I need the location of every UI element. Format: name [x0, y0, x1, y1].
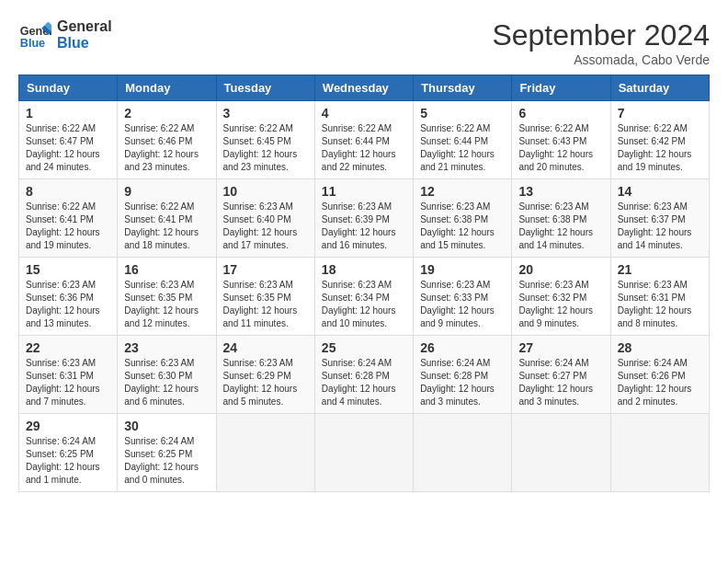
calendar-cell: 10 Sunrise: 6:23 AM Sunset: 6:40 PM Dayl…	[216, 179, 314, 258]
calendar-cell: 20 Sunrise: 6:23 AM Sunset: 6:32 PM Dayl…	[512, 258, 610, 336]
day-info: Sunrise: 6:22 AM Sunset: 6:45 PM Dayligh…	[223, 122, 308, 174]
calendar-cell: 17 Sunrise: 6:23 AM Sunset: 6:35 PM Dayl…	[216, 258, 314, 336]
calendar-cell	[216, 414, 314, 492]
day-number: 18	[322, 262, 406, 277]
day-info: Sunrise: 6:23 AM Sunset: 6:35 PM Dayligh…	[124, 279, 209, 330]
calendar-cell	[414, 414, 512, 492]
day-info: Sunrise: 6:23 AM Sunset: 6:37 PM Dayligh…	[618, 201, 702, 252]
logo: General Blue General Blue	[18, 18, 112, 52]
location-subtitle: Assomada, Cabo Verde	[492, 52, 710, 67]
day-number: 10	[223, 184, 308, 199]
column-header-saturday: Saturday	[610, 75, 709, 101]
day-number: 12	[420, 184, 505, 199]
column-header-monday: Monday	[118, 75, 216, 101]
calendar-cell: 28 Sunrise: 6:24 AM Sunset: 6:26 PM Dayl…	[610, 336, 709, 414]
calendar-cell: 19 Sunrise: 6:23 AM Sunset: 6:33 PM Dayl…	[414, 258, 512, 336]
day-number: 14	[618, 184, 702, 199]
calendar-cell: 1 Sunrise: 6:22 AM Sunset: 6:47 PM Dayli…	[19, 101, 118, 179]
calendar-cell: 3 Sunrise: 6:22 AM Sunset: 6:45 PM Dayli…	[216, 101, 314, 179]
day-number: 11	[322, 184, 406, 199]
svg-text:Blue: Blue	[20, 37, 45, 50]
day-number: 22	[26, 340, 110, 355]
day-number: 28	[618, 340, 702, 355]
calendar-cell: 25 Sunrise: 6:24 AM Sunset: 6:28 PM Dayl…	[314, 336, 413, 414]
day-info: Sunrise: 6:23 AM Sunset: 6:31 PM Dayligh…	[26, 357, 110, 408]
calendar-cell: 6 Sunrise: 6:22 AM Sunset: 6:43 PM Dayli…	[512, 101, 610, 179]
day-info: Sunrise: 6:23 AM Sunset: 6:30 PM Dayligh…	[124, 357, 209, 408]
calendar-cell: 8 Sunrise: 6:22 AM Sunset: 6:41 PM Dayli…	[19, 179, 118, 258]
calendar-cell: 13 Sunrise: 6:23 AM Sunset: 6:38 PM Dayl…	[512, 179, 610, 258]
day-info: Sunrise: 6:23 AM Sunset: 6:35 PM Dayligh…	[223, 279, 308, 330]
day-info: Sunrise: 6:23 AM Sunset: 6:36 PM Dayligh…	[26, 279, 110, 330]
calendar-cell: 24 Sunrise: 6:23 AM Sunset: 6:29 PM Dayl…	[216, 336, 314, 414]
day-info: Sunrise: 6:23 AM Sunset: 6:38 PM Dayligh…	[518, 201, 603, 252]
day-info: Sunrise: 6:22 AM Sunset: 6:44 PM Dayligh…	[420, 122, 505, 174]
day-number: 24	[223, 340, 308, 355]
day-number: 30	[124, 419, 209, 433]
calendar-table: SundayMondayTuesdayWednesdayThursdayFrid…	[18, 75, 710, 492]
day-info: Sunrise: 6:24 AM Sunset: 6:28 PM Dayligh…	[420, 357, 505, 408]
column-header-tuesday: Tuesday	[216, 75, 314, 101]
day-info: Sunrise: 6:23 AM Sunset: 6:40 PM Dayligh…	[223, 201, 308, 252]
calendar-cell: 18 Sunrise: 6:23 AM Sunset: 6:34 PM Dayl…	[314, 258, 413, 336]
calendar-header-row: SundayMondayTuesdayWednesdayThursdayFrid…	[19, 75, 710, 101]
calendar-week-4: 22 Sunrise: 6:23 AM Sunset: 6:31 PM Dayl…	[19, 336, 710, 414]
day-number: 7	[618, 106, 702, 121]
column-header-sunday: Sunday	[19, 75, 118, 101]
calendar-cell: 12 Sunrise: 6:23 AM Sunset: 6:38 PM Dayl…	[414, 179, 512, 258]
day-number: 15	[26, 262, 110, 277]
calendar-cell	[610, 414, 709, 492]
day-number: 2	[124, 106, 209, 121]
day-info: Sunrise: 6:22 AM Sunset: 6:43 PM Dayligh…	[518, 122, 603, 174]
calendar-cell: 15 Sunrise: 6:23 AM Sunset: 6:36 PM Dayl…	[19, 258, 118, 336]
day-number: 16	[124, 262, 209, 277]
logo-icon: General Blue	[18, 18, 51, 52]
column-header-friday: Friday	[512, 75, 610, 101]
calendar-cell: 30 Sunrise: 6:24 AM Sunset: 6:25 PM Dayl…	[118, 414, 216, 492]
day-number: 1	[26, 106, 110, 121]
day-info: Sunrise: 6:23 AM Sunset: 6:33 PM Dayligh…	[420, 279, 505, 330]
day-number: 19	[420, 262, 505, 277]
logo-blue: Blue	[57, 35, 112, 52]
day-info: Sunrise: 6:22 AM Sunset: 6:41 PM Dayligh…	[124, 201, 209, 252]
calendar-cell: 14 Sunrise: 6:23 AM Sunset: 6:37 PM Dayl…	[610, 179, 709, 258]
day-info: Sunrise: 6:22 AM Sunset: 6:47 PM Dayligh…	[26, 122, 110, 174]
calendar-cell: 21 Sunrise: 6:23 AM Sunset: 6:31 PM Dayl…	[610, 258, 709, 336]
column-header-wednesday: Wednesday	[314, 75, 413, 101]
day-number: 9	[124, 184, 209, 199]
day-number: 6	[518, 106, 603, 121]
month-title: September 2024	[492, 18, 710, 52]
calendar-cell: 29 Sunrise: 6:24 AM Sunset: 6:25 PM Dayl…	[19, 414, 118, 492]
day-info: Sunrise: 6:22 AM Sunset: 6:46 PM Dayligh…	[124, 122, 209, 174]
day-info: Sunrise: 6:24 AM Sunset: 6:26 PM Dayligh…	[618, 357, 702, 408]
calendar-cell: 5 Sunrise: 6:22 AM Sunset: 6:44 PM Dayli…	[414, 101, 512, 179]
day-info: Sunrise: 6:22 AM Sunset: 6:42 PM Dayligh…	[618, 122, 702, 174]
day-number: 17	[223, 262, 308, 277]
day-info: Sunrise: 6:24 AM Sunset: 6:25 PM Dayligh…	[26, 435, 110, 487]
day-info: Sunrise: 6:22 AM Sunset: 6:41 PM Dayligh…	[26, 201, 110, 252]
day-info: Sunrise: 6:23 AM Sunset: 6:29 PM Dayligh…	[223, 357, 308, 408]
calendar-cell: 22 Sunrise: 6:23 AM Sunset: 6:31 PM Dayl…	[19, 336, 118, 414]
calendar-cell	[512, 414, 610, 492]
calendar-cell: 16 Sunrise: 6:23 AM Sunset: 6:35 PM Dayl…	[118, 258, 216, 336]
day-number: 5	[420, 106, 505, 121]
day-info: Sunrise: 6:22 AM Sunset: 6:44 PM Dayligh…	[322, 122, 406, 174]
day-number: 8	[26, 184, 110, 199]
day-number: 26	[420, 340, 505, 355]
day-number: 27	[518, 340, 603, 355]
day-info: Sunrise: 6:23 AM Sunset: 6:34 PM Dayligh…	[322, 279, 406, 330]
day-number: 20	[518, 262, 603, 277]
calendar-cell: 4 Sunrise: 6:22 AM Sunset: 6:44 PM Dayli…	[314, 101, 413, 179]
day-number: 21	[618, 262, 702, 277]
title-block: September 2024 Assomada, Cabo Verde	[492, 18, 710, 67]
logo-general: General	[57, 18, 112, 35]
day-number: 4	[322, 106, 406, 121]
calendar-week-3: 15 Sunrise: 6:23 AM Sunset: 6:36 PM Dayl…	[19, 258, 710, 336]
calendar-cell: 2 Sunrise: 6:22 AM Sunset: 6:46 PM Dayli…	[118, 101, 216, 179]
day-info: Sunrise: 6:24 AM Sunset: 6:25 PM Dayligh…	[124, 435, 209, 487]
calendar-week-2: 8 Sunrise: 6:22 AM Sunset: 6:41 PM Dayli…	[19, 179, 710, 258]
day-number: 3	[223, 106, 308, 121]
day-info: Sunrise: 6:23 AM Sunset: 6:38 PM Dayligh…	[420, 201, 505, 252]
day-number: 13	[518, 184, 603, 199]
calendar-cell: 23 Sunrise: 6:23 AM Sunset: 6:30 PM Dayl…	[118, 336, 216, 414]
